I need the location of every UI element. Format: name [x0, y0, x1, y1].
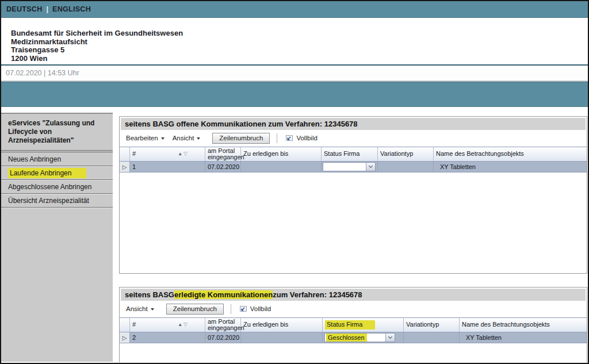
cell-number: 2: [130, 332, 205, 343]
table-row[interactable]: ▷ 2 07.02.2020 Geschlossen: [120, 332, 587, 343]
closed-communications-title: seitens BASG erledigte Kommunikationen z…: [121, 289, 586, 301]
cell-zu-erledigen: [241, 162, 322, 172]
button-label: Vollbild: [296, 135, 317, 141]
column-header-status-firma[interactable]: Status Firma: [323, 318, 404, 332]
language-bar: DEUTSCH | ENGLISCH: [1, 1, 588, 18]
chevron-down-icon: [369, 164, 373, 168]
column-label: Zu erledigen bis: [243, 151, 288, 158]
cell-value: XY Tabletten: [440, 163, 476, 170]
row-selector-cell[interactable]: ▷: [120, 162, 130, 172]
cell-number: 1: [130, 162, 205, 172]
panel-title-text: zum Verfahren: 12345678: [273, 290, 362, 299]
cell-name: XY Tabletten: [434, 162, 587, 172]
cell-name: XY Tabletten: [460, 332, 587, 343]
status-firma-combobox[interactable]: [323, 162, 376, 171]
language-link-deutsch[interactable]: DEUTSCH: [6, 5, 43, 13]
cell-value: 07.02.2020: [208, 163, 239, 170]
org-name: Bundesamt für Sicherheit im Gesundheitsw…: [11, 29, 588, 38]
cell-status-firma: [322, 162, 378, 172]
panel-title-text: seitens BASG offene Kommunikationen zum …: [125, 120, 358, 128]
cell-am-portal: 07.02.2020: [205, 162, 241, 172]
closed-communications-toolbar: Ansicht Zeilenumbruch Vollbild: [120, 302, 587, 316]
open-communications-grid: # ▲▽ am Portal eingegangen Zu erledigen …: [120, 147, 587, 173]
cell-am-portal: 07.02.2020: [205, 332, 241, 343]
sidebar-item-label-highlighted: Laufende Anbringen: [8, 168, 86, 178]
column-header-name[interactable]: Name des Betrachtungsobjekts: [434, 147, 587, 161]
toolbar-separator: [277, 133, 277, 143]
column-label: Variationtyp: [406, 321, 439, 328]
column-label: Name des Betrachtungsobjekts: [436, 151, 524, 158]
table-row[interactable]: ▷ 1 07.02.2020: [120, 162, 587, 173]
toolbar-separator: [231, 304, 231, 314]
fullscreen-icon: [239, 305, 247, 313]
column-header-am-portal[interactable]: am Portal eingegangen: [205, 147, 241, 161]
app-window: DEUTSCH | ENGLISCH Bundesamt für Sicherh…: [0, 0, 589, 364]
sort-ascending-icon[interactable]: ▲: [178, 321, 182, 328]
cell-value: 1: [132, 163, 136, 170]
sidebar: eServices "Zulassung und Lifecycle von A…: [1, 113, 113, 362]
combobox-dropdown-button[interactable]: [366, 163, 375, 171]
row-selector-cell[interactable]: ▷: [120, 332, 130, 343]
zeilenumbruch-button[interactable]: Zeilenumbruch: [212, 133, 270, 144]
dropdown-arrow-icon: [151, 308, 154, 311]
menu-ansicht[interactable]: Ansicht: [169, 133, 205, 143]
cell-status-firma: Geschlossen: [323, 332, 404, 343]
sort-ascending-icon[interactable]: ▲: [178, 151, 182, 158]
column-label: am Portal eingegangen: [208, 148, 244, 161]
column-header-number[interactable]: # ▲▽: [130, 318, 205, 332]
org-department: Medizinmarktaufsicht: [11, 38, 588, 47]
cell-value: 2: [132, 334, 136, 341]
column-header-zu-erledigen[interactable]: Zu erledigen bis: [241, 147, 322, 161]
grid-header-row: # ▲▽ am Portal eingegangen Zu erledigen …: [120, 147, 587, 162]
sidebar-item-neues-anbringen[interactable]: Neues Anbringen: [1, 152, 113, 166]
organisation-header: Bundesamt für Sicherheit im Gesundheitsw…: [1, 18, 588, 64]
column-label: Variationtyp: [380, 151, 413, 158]
column-header-am-portal[interactable]: am Portal eingegangen: [205, 318, 241, 332]
datetime-text: 07.02.2020 | 14:53 Uhr: [6, 69, 79, 77]
menu-label: Bearbeiten: [126, 135, 158, 141]
column-header-variationtyp[interactable]: Variationtyp: [378, 147, 434, 161]
sidebar-item-laufende-anbringen[interactable]: Laufende Anbringen: [1, 166, 113, 180]
sidebar-item-uebersicht-arzneispezialitaet[interactable]: Übersicht Arzneispezialität: [1, 194, 113, 208]
column-label: Name des Betrachtungsobjekts: [462, 321, 550, 328]
sort-icons: ▲▽: [178, 321, 188, 328]
button-label: Zeilenumbruch: [219, 135, 263, 141]
menu-ansicht[interactable]: Ansicht: [122, 304, 158, 313]
column-header-number[interactable]: # ▲▽: [130, 147, 205, 161]
language-link-englisch[interactable]: ENGLISCH: [52, 5, 91, 13]
sort-descending-icon[interactable]: ▽: [183, 151, 188, 158]
fullscreen-icon: [285, 134, 293, 142]
sort-icons: ▲▽: [178, 151, 188, 158]
vollbild-button[interactable]: Vollbild: [283, 133, 319, 143]
org-street: Traisengasse 5: [11, 46, 588, 55]
combobox-dropdown-button[interactable]: [385, 334, 395, 342]
column-label: Status Firma: [324, 151, 359, 158]
status-firma-combobox[interactable]: Geschlossen: [324, 333, 395, 342]
menu-label: Ansicht: [173, 135, 194, 141]
column-label: #: [132, 321, 136, 328]
sidebar-item-abgeschlossene-anbringen[interactable]: Abgeschlossene Anbringen: [1, 180, 113, 194]
panel-title-text: seitens BASG: [125, 290, 174, 299]
menu-bearbeiten[interactable]: Bearbeiten: [122, 133, 169, 143]
sidebar-item-label: Abgeschlossene Anbringen: [8, 183, 91, 191]
cell-variationtyp: [404, 332, 460, 343]
column-label: am Portal eingegangen: [208, 319, 244, 332]
column-header-zu-erledigen[interactable]: Zu erledigen bis: [241, 318, 323, 332]
dropdown-arrow-icon: [197, 137, 200, 140]
org-city: 1200 Wien: [11, 55, 588, 63]
teal-banner: [1, 82, 588, 107]
zeilenumbruch-button[interactable]: Zeilenumbruch: [166, 304, 224, 315]
column-header-variationtyp[interactable]: Variationtyp: [404, 318, 460, 332]
combobox-value: Geschlossen: [325, 334, 385, 342]
sidebar-item-label: Übersicht Arzneispezialität: [8, 197, 89, 205]
select-all-cell: [120, 318, 130, 332]
column-header-status-firma[interactable]: Status Firma: [322, 147, 378, 161]
dropdown-arrow-icon: [161, 137, 165, 140]
vollbild-button[interactable]: Vollbild: [237, 304, 273, 314]
grid-header-row: # ▲▽ am Portal eingegangen Zu erledigen …: [120, 317, 587, 332]
button-label: Zeilenumbruch: [173, 305, 217, 312]
cell-value-highlighted: Geschlossen: [326, 334, 367, 342]
sort-descending-icon[interactable]: ▽: [183, 321, 188, 328]
column-header-name[interactable]: Name des Betrachtungsobjekts: [460, 318, 587, 332]
open-communications-title: seitens BASG offene Kommunikationen zum …: [121, 118, 586, 130]
